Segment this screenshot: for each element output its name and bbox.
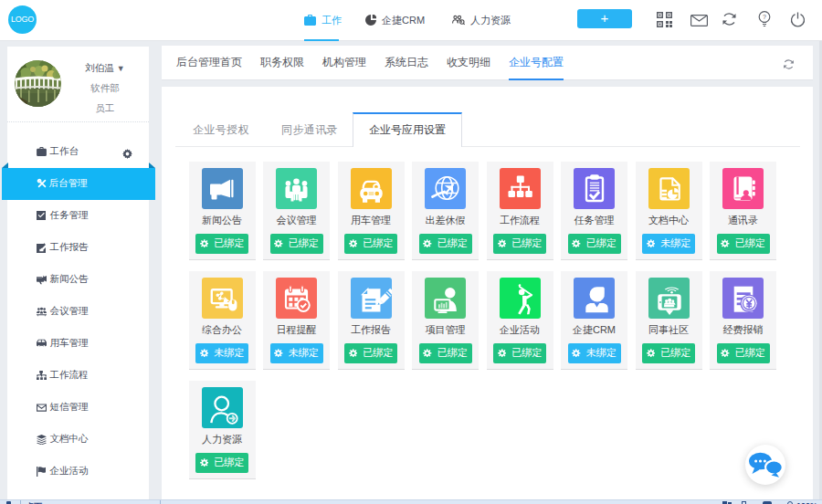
svg-text:?: ? — [763, 14, 766, 20]
